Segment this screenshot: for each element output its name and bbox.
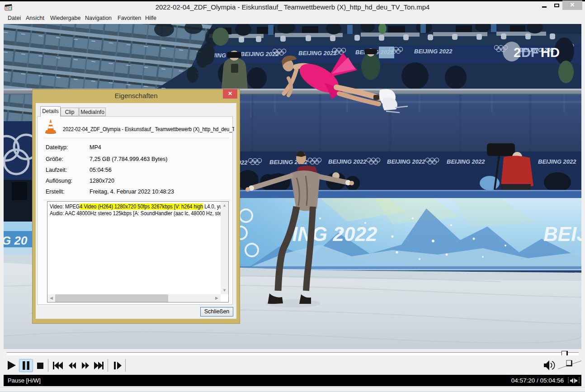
svg-text:G 20: G 20 <box>4 234 28 247</box>
svg-text:BEIJI: BEIJI <box>543 223 581 245</box>
svg-text:DF: DF <box>521 45 539 60</box>
svg-text:HD: HD <box>541 45 560 60</box>
svg-text:1: 1 <box>10 6 12 10</box>
svg-text:2: 2 <box>514 45 521 60</box>
svg-text:ING 2022: ING 2022 <box>292 223 377 245</box>
